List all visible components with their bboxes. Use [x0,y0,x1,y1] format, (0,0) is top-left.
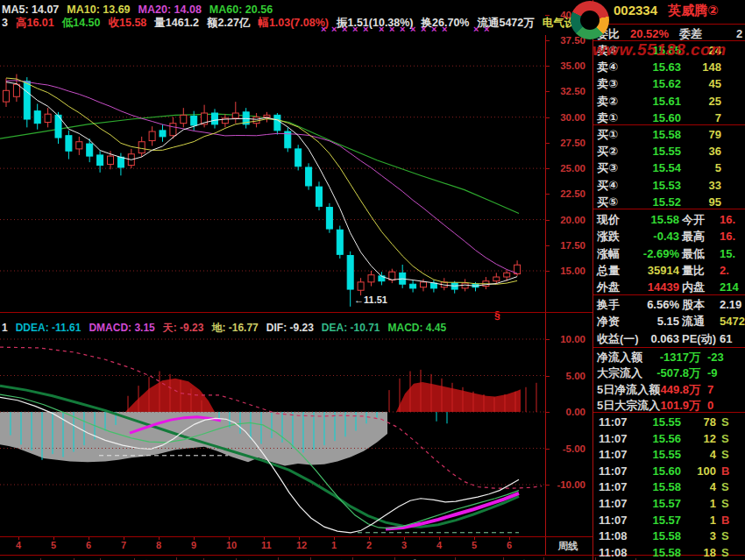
divider [593,124,745,125]
period-label[interactable]: 周线 [546,537,590,555]
tick-flag: S [721,544,729,560]
month-label: 12 [296,540,307,550]
order-book-row[interactable]: 卖①15.607 [593,110,745,126]
tick-time: 11:07 [599,512,628,528]
axis-divider [545,35,546,555]
axis-tick [89,537,89,540]
price-axis-label: 22.50 [560,188,585,199]
level-label: 买⑤ [597,194,618,210]
stat-row: 换手6.56%股本2.19 [593,296,745,313]
stat-value: 15.58 [625,211,679,228]
level-volume: 36 [669,143,721,159]
stat-label: 最低 [682,245,705,262]
tick-time: 11:08 [599,544,628,560]
stat-value: 6.56% [625,296,679,313]
flow-extra: 7 [707,381,713,398]
month-label: 7 [121,540,126,550]
stat-label: 涨跌 [597,228,620,245]
tick-time: 11:07 [599,430,628,447]
tick-volume: 100 [663,463,716,479]
stat-value: 2. [720,262,729,279]
ma-info-bar: MA5: 14.07MA10: 13.69MA20: 14.08MA60: 20… [2,1,280,13]
price-info-bar: 3高16.01低14.50收15.58量1461.2额2.27亿幅1.03(7.… [2,14,594,26]
stat-label: 流通 [682,313,705,330]
divider [593,24,745,25]
axis-tick [18,537,19,540]
stat-label: 股本 [682,296,705,313]
tick-flag: B [721,512,729,528]
macd-panel[interactable] [0,331,545,536]
stat-row: 涨幅-2.69%最低15. [593,245,745,262]
level-label: 买③ [597,159,618,176]
x-marker: × [331,25,337,33]
trading-terminal: MA5: 14.07MA10: 13.69MA20: 14.08MA60: 20… [0,0,745,560]
stat-row: 净资5.15流通5472 [593,313,745,330]
x-marker: × [421,25,426,33]
tick-row: 11:0815.5818S [593,544,745,560]
axis-tick [229,537,230,540]
divider [593,412,745,413]
month-label: 3 [401,540,407,550]
month-label: 6 [86,540,91,550]
month-label: 2 [366,540,372,550]
price-axis: 40.0037.5035.0032.5030.0027.5025.0022.50… [547,35,589,314]
price-readout: 幅1.03(7.08%) [258,16,329,31]
level-volume: 5 [669,159,721,176]
price-axis-label: 17.50 [560,240,585,251]
stat-row: 涨跌-0.43最高16. [593,228,745,245]
level-volume: 79 [669,126,721,143]
order-book-row[interactable]: 买⑤15.5295 [593,194,745,210]
stat-label: 涨幅 [597,245,620,262]
order-book-row[interactable]: 买④15.5333 [593,177,745,194]
order-book-row[interactable]: 卖②15.6125 [593,93,745,110]
axis-tick [439,537,440,540]
order-book-row[interactable]: 卖④15.63148 [593,59,745,75]
level-volume: 33 [669,177,721,194]
tick-volume: 1 [663,512,716,528]
axis-tick [545,15,550,16]
tick-volume: 4 [663,446,716,463]
stat-label: 内盘 [682,279,705,295]
flow-label: 净流入额 [597,349,642,365]
stock-code[interactable]: 002334 [614,3,657,18]
tick-row: 11:0715.60100B [593,463,745,479]
tick-time: 11:07 [599,495,628,512]
price-readout: 3 [2,17,8,29]
x-marker: × [484,25,489,33]
flow-label: 大宗流入 [597,365,642,381]
main-chart[interactable]: ←11.51 [0,35,545,314]
tick-time: 11:07 [599,446,628,463]
axis-tick [404,537,405,540]
order-book-row[interactable]: 买②15.5536 [593,143,745,159]
chart-divider [0,312,592,313]
stock-name[interactable]: 英威腾② [668,3,719,19]
stat-row: 现价15.58今开16. [593,211,745,228]
tick-time: 11:08 [599,528,628,544]
tick-time: 11:07 [599,414,628,430]
axis-tick [264,537,265,540]
stat-label: 总量 [597,262,620,279]
month-label: 9 [191,540,196,550]
axis-tick [369,537,370,540]
macd-bottom-divider [0,536,592,537]
macd-axis: 10.005.000.00-5.00-10.00 [547,331,589,536]
order-book-row[interactable]: 买③15.545 [593,159,745,176]
month-label: 11 [261,540,272,550]
axis-tick [474,537,475,540]
stat-row: 总量35914量比2. [593,262,745,279]
level-label: 卖④ [597,59,618,75]
svg-text:←11.51: ←11.51 [354,294,387,305]
month-label: 6 [507,540,512,550]
flow-value: -1317万 [642,349,700,365]
level-label: 买① [597,126,618,143]
tick-flag: S [721,528,729,544]
stat-label: 换手 [597,296,620,313]
macd-axis-label: -10.00 [557,479,585,490]
stat-value: -2.69% [625,245,679,262]
axis-tick [194,537,195,540]
order-book-row[interactable]: 买①15.5879 [593,126,745,143]
order-book-row[interactable]: 卖③15.6245 [593,75,745,92]
tick-volume: 78 [663,414,716,430]
stat-value: 16. [720,228,735,245]
price-axis-label: 30.00 [560,112,585,123]
